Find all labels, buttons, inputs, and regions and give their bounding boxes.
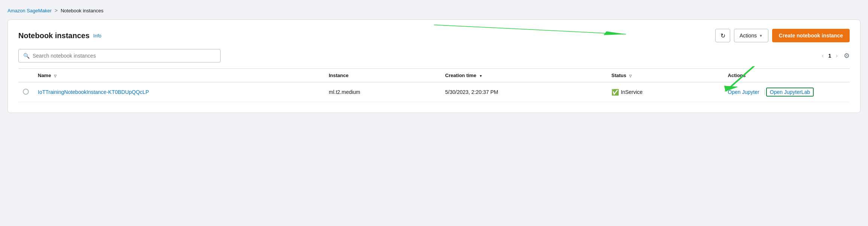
actions-button[interactable]: Actions ▼ (734, 29, 768, 42)
search-row: 🔍 ‹ 1 › ⚙ (18, 49, 850, 62)
refresh-button[interactable]: ↻ (715, 29, 730, 42)
status-sort-icon: ▽ (629, 74, 632, 78)
notebook-instances-table: Name ▽ Instance Creation time ▼ Status ▽ (18, 68, 850, 102)
open-jupyter-link[interactable]: Open Jupyter (728, 89, 763, 95)
prev-page-button[interactable]: ‹ (820, 52, 825, 60)
row-actions-area: Open Jupyter | Open JupyterLab (728, 88, 845, 97)
creation-time: 5/30/2023, 2:20:37 PM (445, 89, 498, 95)
col-creation-label: Creation time (445, 73, 476, 78)
row-status-cell: ✅ InService (607, 82, 723, 102)
row-radio-button[interactable] (23, 89, 29, 95)
page-title: Notebook instances (18, 31, 89, 40)
create-notebook-button[interactable]: Create notebook instance (772, 29, 850, 42)
next-page-button[interactable]: › (834, 52, 839, 60)
col-status-label: Status (611, 73, 626, 78)
row-instance-cell: ml.t2.medium (324, 82, 441, 102)
search-icon: 🔍 (23, 53, 30, 59)
col-header-name[interactable]: Name ▽ (33, 69, 324, 82)
row-name-cell: IoTTrainingNotebookInstance-KT0BDUpQQcLP (33, 82, 324, 102)
col-header-instance: Instance (324, 69, 441, 82)
col-header-creation[interactable]: Creation time ▼ (441, 69, 607, 82)
info-link[interactable]: Info (93, 33, 101, 39)
settings-icon[interactable]: ⚙ (844, 52, 850, 60)
open-jupyterlab-link[interactable]: Open JupyterLab (766, 88, 814, 97)
card-title-area: Notebook instances Info (18, 31, 101, 40)
col-instance-label: Instance (329, 73, 349, 78)
current-page: 1 (828, 53, 831, 59)
actions-label: Actions (740, 33, 757, 39)
status-badge: ✅ InService (611, 89, 719, 96)
instance-type: ml.t2.medium (329, 89, 360, 95)
pagination-area: ‹ 1 › ⚙ (820, 52, 850, 60)
status-check-icon: ✅ (611, 89, 619, 96)
instance-name-link[interactable]: IoTTrainingNotebookInstance-KT0BDUpQQcLP (38, 89, 149, 95)
card-header: Notebook instances Info ↻ Actions ▼ Crea… (18, 29, 850, 42)
col-actions-label: Actions (728, 73, 746, 78)
breadcrumb-current: Notebook instances (61, 8, 103, 13)
chevron-down-icon: ▼ (759, 34, 763, 38)
refresh-icon: ↻ (720, 32, 725, 39)
table-header-row: Name ▽ Instance Creation time ▼ Status ▽ (18, 69, 850, 82)
action-divider: | (764, 89, 765, 95)
breadcrumb: Amazon SageMaker > Notebook instances (7, 7, 861, 13)
col-header-check (18, 69, 33, 82)
header-actions: ↻ Actions ▼ Create notebook instance (715, 29, 850, 42)
notebook-instances-card: Notebook instances Info ↻ Actions ▼ Crea… (7, 19, 861, 113)
col-header-actions: Actions (723, 69, 850, 82)
breadcrumb-parent-link[interactable]: Amazon SageMaker (7, 8, 52, 13)
name-sort-icon: ▽ (54, 74, 57, 78)
creation-sort-icon: ▼ (479, 74, 483, 78)
row-creation-cell: 5/30/2023, 2:20:37 PM (441, 82, 607, 102)
row-actions-cell: Open Jupyter | Open JupyterLab (723, 82, 850, 102)
status-text: InService (621, 89, 643, 95)
col-name-label: Name (38, 73, 51, 78)
breadcrumb-separator: > (55, 7, 58, 13)
row-radio-cell (18, 82, 33, 102)
search-input[interactable] (33, 53, 216, 59)
table-row: IoTTrainingNotebookInstance-KT0BDUpQQcLP… (18, 82, 850, 102)
col-header-status[interactable]: Status ▽ (607, 69, 723, 82)
search-box: 🔍 (18, 49, 221, 62)
